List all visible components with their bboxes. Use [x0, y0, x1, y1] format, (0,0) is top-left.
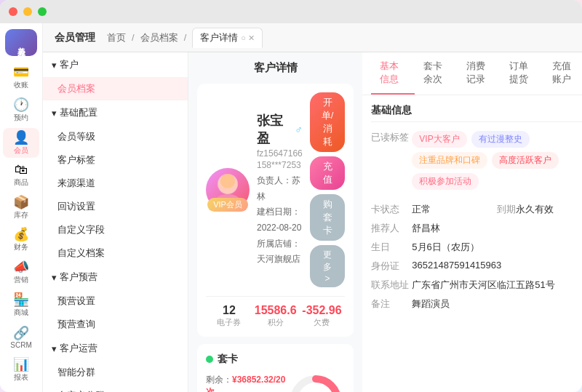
tag-activity: 积极参加活动 — [412, 173, 479, 190]
sidebar-item-库存[interactable]: 📦 库存 — [3, 193, 39, 223]
menu-item-会员等级[interactable]: 会员等级 — [43, 125, 188, 148]
tag-history: 有过漫整史 — [471, 131, 530, 148]
tags-label: 已读标签 — [371, 131, 412, 144]
birthday-value: 5月6日（农历） — [412, 241, 582, 254]
menu-item-来源渠道[interactable]: 来源渠道 — [43, 172, 188, 195]
sidebar-item-营销[interactable]: 📣 营销 — [3, 258, 39, 288]
id-line: 身份证 36521487591415963 — [371, 260, 582, 273]
open-consume-button[interactable]: 开单/消耗 — [310, 92, 346, 152]
titlebar — [0, 0, 582, 23]
menu-item-回访设置[interactable]: 回访设置 — [43, 195, 188, 218]
taoka-card-content: 剩余：¥36852.32/20次 剩余：¥5368/5次 消耗：¥6852.32… — [206, 372, 345, 392]
app-logo: 美盈易 — [5, 29, 37, 56]
vip-badge: VIP会员 — [206, 197, 250, 212]
note-line: 备注 舞蹈演员 — [371, 297, 582, 311]
customer-header-card: VIP会员 张宝盈 ♂ fz15647166 158***7253 — [197, 84, 354, 337]
basic-info-title: 基础信息 — [371, 104, 582, 122]
taoka-row-1: 剩余：¥36852.32/20次 — [206, 374, 287, 392]
section-basic-config[interactable]: ▾ 基础配置 — [43, 100, 188, 125]
taoka-info: 剩余：¥36852.32/20次 剩余：¥5368/5次 消耗：¥6852.32… — [206, 372, 287, 392]
right-panel: 基本信息 套卡余次 消费记录 订单提货 充值账户 基础信息 已读标签 VIP大客… — [362, 52, 582, 392]
menu-item-预营设置[interactable]: 预营设置 — [43, 289, 188, 313]
customer-info: 张宝盈 ♂ fz15647166 158***7253 负责人：苏林 建档日期：… — [257, 112, 303, 268]
section-operations[interactable]: ▾ 客户运营 — [43, 336, 188, 361]
商城-icon: 🏪 — [13, 293, 29, 306]
note-label: 备注 — [371, 297, 412, 311]
报表-icon: 📊 — [13, 358, 29, 371]
main-area: 会员管理 首页 / 会员档案 / 客户详情 ○ ✕ ▾ 客户 会员档案 — [43, 23, 582, 392]
section-customer[interactable]: ▾ 客户 — [43, 52, 188, 77]
tab-close-icon[interactable]: ○ ✕ — [241, 33, 255, 43]
stat-coupon: 12 电子券 — [206, 304, 252, 328]
expire-label: 到期 — [497, 203, 516, 216]
tab-basic-info[interactable]: 基本信息 — [371, 52, 414, 95]
nav-home[interactable]: 首页 — [107, 31, 126, 44]
会员-icon: 👤 — [13, 131, 29, 144]
menu-item-自定义档案[interactable]: 自定义档案 — [43, 241, 188, 265]
stats-row: 12 电子券 15586.6 积分 -352.96 欠费 — [206, 296, 345, 328]
sidebar-item-SCRM[interactable]: 🔗 SCRM — [3, 323, 39, 353]
menu-item-客户标签[interactable]: 客户标签 — [43, 148, 188, 172]
tag-brand: 注重品牌和口碑 — [412, 152, 487, 169]
close-button[interactable] — [9, 7, 17, 16]
note-value: 舞蹈演员 — [412, 297, 582, 311]
tab-card-balance[interactable]: 套卡余次 — [415, 52, 458, 95]
stat-debt: -352.96 欠费 — [299, 304, 346, 328]
referrer-label: 推荐人 — [371, 222, 412, 235]
sidebar-item-商品[interactable]: 🛍 商品 — [3, 161, 39, 191]
avatar-wrap: VIP会员 — [206, 168, 250, 212]
svg-point-3 — [220, 174, 235, 188]
sidebar-item-收账[interactable]: 💳 收账 — [3, 63, 39, 93]
sidebar-item-预约[interactable]: 🕐 预约 — [3, 96, 39, 126]
charge-button[interactable]: 充值 — [310, 156, 346, 190]
sidebar-item-报表[interactable]: 📊 报表 — [3, 355, 39, 385]
menu-item-自定义分群[interactable]: 自定义分群 — [43, 384, 188, 392]
taoka-card: 套卡 剩余：¥36852.32/20次 剩余：¥5368/5次 消耗：¥6852… — [197, 344, 354, 392]
content-area: ▾ 客户 会员档案 ▾ 基础配置 会员等级 客户标签 来源渠道 回访设置 自定义… — [43, 52, 582, 392]
more-button[interactable]: 更多 > — [310, 245, 346, 287]
nav-customer-detail[interactable]: 客户详情 ○ ✕ — [192, 28, 263, 48]
app-layout: 美盈易 💳 收账 🕐 预约 👤 会员 🛍 商品 📦 库存 — [0, 23, 582, 392]
tag-vip: VIP大客户 — [412, 131, 466, 148]
chevron-down-icon-2: ▾ — [52, 108, 57, 119]
taoka-card-header: 套卡 — [206, 353, 345, 366]
nav-member-archive[interactable]: 会员档案 — [140, 31, 178, 44]
商品-icon: 🛍 — [15, 163, 28, 176]
预约-icon: 🕐 — [13, 98, 29, 111]
sidebar-item-会员[interactable]: 👤 会员 — [3, 128, 39, 158]
财务-icon: 💰 — [13, 228, 29, 241]
tab-consume-record[interactable]: 消费记录 — [458, 52, 501, 95]
maximize-button[interactable] — [38, 7, 47, 16]
card-status-label: 卡状态 — [371, 203, 412, 216]
customer-meta: 负责人：苏林 建档日期：2022-08-20 所属店铺：天河旗舰店 — [257, 173, 303, 268]
module-title: 会员管理 — [55, 31, 95, 44]
birthday-line: 生日 5月6日（农历） — [371, 241, 582, 254]
menu-item-智能分群[interactable]: 智能分群 — [43, 361, 188, 384]
chevron-down-icon-3: ▾ — [52, 272, 57, 283]
营销-icon: 📣 — [13, 260, 29, 273]
chevron-down-icon: ▾ — [52, 60, 57, 71]
tab-recharge[interactable]: 充值账户 — [543, 52, 582, 95]
referrer-value: 舒昌林 — [412, 222, 582, 235]
sidebar: 美盈易 💳 收账 🕐 预约 👤 会员 🛍 商品 📦 库存 — [0, 23, 43, 392]
left-panel: ▾ 客户 会员档案 ▾ 基础配置 会员等级 客户标签 来源渠道 回访设置 自定义… — [43, 52, 188, 392]
customer-top: VIP会员 张宝盈 ♂ fz15647166 158***7253 — [206, 92, 345, 287]
库存-icon: 📦 — [13, 196, 29, 209]
card-status-value: 正常 — [412, 203, 482, 216]
sidebar-item-财务[interactable]: 💰 财务 — [3, 225, 39, 255]
action-buttons: 开单/消耗 充值 购套卡 更多 > — [310, 92, 346, 287]
gender-icon: ♂ — [295, 124, 303, 135]
sidebar-item-商城[interactable]: 🏪 商城 — [3, 290, 39, 320]
tab-order-pickup[interactable]: 订单提货 — [501, 52, 543, 95]
card-status-line: 卡状态 正常 到期 永久有效 — [371, 203, 582, 216]
menu-item-会员档案[interactable]: 会员档案 — [43, 77, 188, 100]
section-yingying[interactable]: ▾ 客户预营 — [43, 265, 188, 289]
menu-item-自定义字段[interactable]: 自定义字段 — [43, 218, 188, 241]
address-label: 联系地址 — [371, 279, 412, 292]
chevron-down-icon-4: ▾ — [52, 343, 57, 354]
menu-item-预营查询[interactable]: 预营查询 — [43, 313, 188, 336]
minimize-button[interactable] — [23, 7, 32, 16]
customer-phone: 158***7253 — [257, 160, 303, 170]
green-dot-icon — [206, 356, 213, 363]
buy-card-button[interactable]: 购套卡 — [310, 194, 346, 241]
